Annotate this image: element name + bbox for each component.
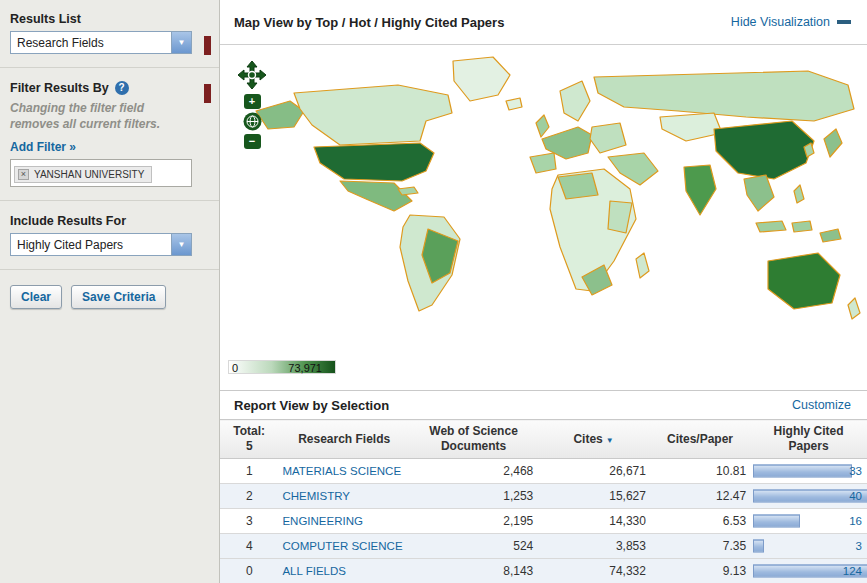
help-icon[interactable]: ? bbox=[115, 81, 129, 95]
row-docs: 2,195 bbox=[410, 509, 537, 534]
hcp-value: 16 bbox=[849, 515, 862, 527]
minus-icon bbox=[837, 20, 851, 24]
globe-icon[interactable] bbox=[243, 112, 262, 131]
hcp-value: 33 bbox=[849, 465, 862, 477]
column-header-documents[interactable]: Web of Science Documents bbox=[410, 420, 537, 459]
column-header-research-fields[interactable]: Research Fields bbox=[278, 420, 409, 459]
sidebar-divider bbox=[0, 200, 219, 201]
field-link[interactable]: ALL FIELDS bbox=[282, 565, 346, 577]
table-row: 3 ENGINEERING 2,195 14,330 6.53 16 bbox=[220, 509, 867, 534]
row-cites-per-paper: 9.13 bbox=[650, 559, 750, 583]
customize-link[interactable]: Customize bbox=[792, 398, 851, 412]
row-rank: 0 bbox=[220, 559, 278, 583]
hcp-bar bbox=[753, 540, 764, 553]
choropleth-legend: 0 73,971 bbox=[228, 360, 336, 374]
zoom-out-button[interactable]: − bbox=[244, 134, 261, 149]
report-view-title: Report View by Selection bbox=[234, 398, 389, 413]
report-view-header: Report View by Selection Customize bbox=[220, 390, 867, 419]
row-hcp-cell: 40 bbox=[750, 484, 867, 509]
world-map bbox=[248, 51, 863, 353]
main-panel: Map View by Top / Hot / Highly Cited Pap… bbox=[220, 0, 867, 583]
include-results-dropdown[interactable]: Highly Cited Papers ▼ bbox=[10, 233, 192, 256]
filter-tag-box: × YANSHAN UNIVERSITY bbox=[10, 159, 192, 187]
row-hcp-cell: 3 bbox=[750, 534, 867, 559]
row-rank: 4 bbox=[220, 534, 278, 559]
row-docs: 8,143 bbox=[410, 559, 537, 583]
row-docs: 1,253 bbox=[410, 484, 537, 509]
field-link[interactable]: ENGINEERING bbox=[282, 515, 363, 527]
column-header-cites[interactable]: Cites▼ bbox=[537, 420, 650, 459]
resize-handle[interactable] bbox=[204, 36, 211, 55]
esi-app: Results List Research Fields ▼ Filter Re… bbox=[0, 0, 867, 583]
row-cites: 15,627 bbox=[537, 484, 650, 509]
row-docs: 524 bbox=[410, 534, 537, 559]
legend-max: 73,971 bbox=[288, 362, 322, 374]
pan-control-icon[interactable] bbox=[235, 59, 269, 91]
report-table: Total: 5 Research Fields Web of Science … bbox=[220, 419, 867, 583]
row-docs: 2,468 bbox=[410, 459, 537, 484]
filter-results-label: Filter Results By bbox=[10, 81, 109, 95]
table-row: 1 MATERIALS SCIENCE 2,468 26,671 10.81 3… bbox=[220, 459, 867, 484]
row-hcp-cell: 124 bbox=[750, 559, 867, 583]
column-header-cites-per-paper[interactable]: Cites/Paper bbox=[650, 420, 750, 459]
row-cites: 3,853 bbox=[537, 534, 650, 559]
filter-tag-label: YANSHAN UNIVERSITY bbox=[34, 169, 144, 180]
table-row: 4 COMPUTER SCIENCE 524 3,853 7.35 3 bbox=[220, 534, 867, 559]
total-value: 5 bbox=[224, 439, 274, 454]
hcp-bar bbox=[753, 515, 800, 528]
map-view-title: Map View by Top / Hot / Highly Cited Pap… bbox=[234, 15, 504, 30]
table-row: 2 CHEMISTRY 1,253 15,627 12.47 40 bbox=[220, 484, 867, 509]
row-cites-per-paper: 12.47 bbox=[650, 484, 750, 509]
add-filter-link[interactable]: Add Filter » bbox=[10, 140, 209, 154]
table-header-row: Total: 5 Research Fields Web of Science … bbox=[220, 420, 867, 459]
results-list-label: Results List bbox=[10, 12, 209, 26]
include-results-selected: Highly Cited Papers bbox=[11, 238, 171, 252]
clear-button[interactable]: Clear bbox=[10, 285, 62, 309]
hide-visualization-link[interactable]: Hide Visualization bbox=[731, 15, 851, 29]
hcp-value: 40 bbox=[849, 490, 862, 502]
chevron-down-icon[interactable]: ▼ bbox=[171, 234, 191, 255]
sidebar-divider bbox=[0, 269, 219, 270]
row-cites: 74,332 bbox=[537, 559, 650, 583]
filter-note-line1: Changing the filter field bbox=[10, 101, 209, 117]
world-map-countries[interactable] bbox=[256, 57, 860, 319]
field-link[interactable]: COMPUTER SCIENCE bbox=[282, 540, 402, 552]
filter-tag: × YANSHAN UNIVERSITY bbox=[14, 166, 152, 183]
hcp-value: 124 bbox=[843, 565, 862, 577]
results-list-dropdown[interactable]: Research Fields ▼ bbox=[10, 31, 192, 54]
map-visualization: + − 0 73,971 bbox=[220, 45, 867, 390]
row-rank: 2 bbox=[220, 484, 278, 509]
save-criteria-button[interactable]: Save Criteria bbox=[71, 285, 166, 309]
total-header: Total: 5 bbox=[220, 420, 278, 459]
row-hcp-cell: 33 bbox=[750, 459, 867, 484]
row-hcp-cell: 16 bbox=[750, 509, 867, 534]
row-rank: 3 bbox=[220, 509, 278, 534]
resize-handle[interactable] bbox=[204, 84, 211, 103]
cites-header-label: Cites bbox=[573, 432, 602, 446]
chevron-down-icon[interactable]: ▼ bbox=[171, 32, 191, 53]
total-label: Total: bbox=[224, 424, 274, 439]
row-cites-per-paper: 6.53 bbox=[650, 509, 750, 534]
field-link[interactable]: MATERIALS SCIENCE bbox=[282, 465, 401, 477]
map-view-header: Map View by Top / Hot / Highly Cited Pap… bbox=[220, 0, 867, 45]
table-row-all-fields: 0 ALL FIELDS 8,143 74,332 9.13 124 bbox=[220, 559, 867, 583]
sort-desc-icon: ▼ bbox=[606, 436, 614, 445]
row-cites: 14,330 bbox=[537, 509, 650, 534]
hcp-bar bbox=[753, 465, 852, 478]
row-cites-per-paper: 7.35 bbox=[650, 534, 750, 559]
map-controls: + − bbox=[232, 59, 272, 149]
zoom-in-button[interactable]: + bbox=[244, 94, 261, 109]
sidebar-divider bbox=[0, 67, 219, 68]
hide-visualization-label: Hide Visualization bbox=[731, 15, 830, 29]
row-rank: 1 bbox=[220, 459, 278, 484]
results-list-selected: Research Fields bbox=[11, 36, 171, 50]
column-header-highly-cited[interactable]: Highly Cited Papers bbox=[750, 420, 867, 459]
remove-filter-icon[interactable]: × bbox=[18, 169, 29, 180]
row-cites: 26,671 bbox=[537, 459, 650, 484]
hcp-value: 3 bbox=[856, 540, 862, 552]
row-cites-per-paper: 10.81 bbox=[650, 459, 750, 484]
legend-min: 0 bbox=[232, 362, 238, 374]
field-link[interactable]: CHEMISTRY bbox=[282, 490, 350, 502]
include-results-label: Include Results For bbox=[10, 214, 209, 228]
sidebar: Results List Research Fields ▼ Filter Re… bbox=[0, 0, 220, 583]
